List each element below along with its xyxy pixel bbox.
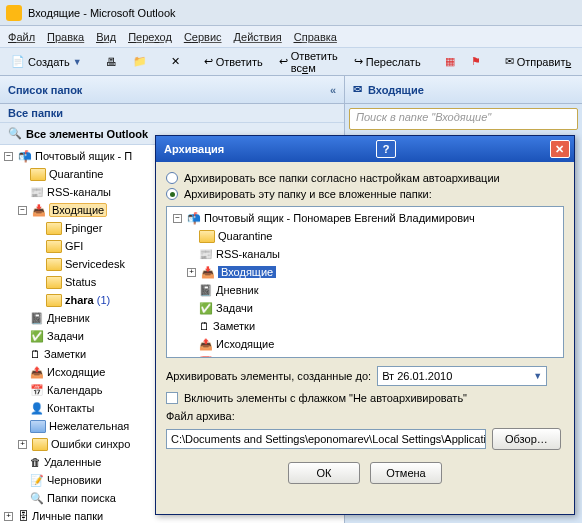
dlg-rss[interactable]: 📰RSS-каналы — [169, 245, 561, 263]
new-icon: 📄 — [11, 55, 25, 68]
journal-icon: 📓 — [30, 312, 44, 325]
journal-icon: 📓 — [199, 284, 213, 297]
folder-label: Календарь — [47, 384, 103, 396]
menu-edit[interactable]: Правка — [47, 31, 84, 43]
menu-go[interactable]: Переход — [128, 31, 172, 43]
expand-toggle[interactable]: + — [187, 268, 196, 277]
dlg-notes[interactable]: 🗒Заметки — [169, 317, 561, 335]
collapse-toggle[interactable]: − — [18, 206, 27, 215]
folder-label: Контакты — [47, 402, 95, 414]
forward-button[interactable]: ↪ Переслать — [347, 51, 428, 73]
dlg-mailbox-node[interactable]: − 📬 Почтовый ящик - Пономарев Евгений Вл… — [169, 209, 561, 227]
dlg-outbox[interactable]: 📤Исходящие — [169, 335, 561, 353]
search-input[interactable]: Поиск в папке "Входящие" — [349, 108, 578, 130]
replyall-button[interactable]: ↩ Ответить всем — [272, 51, 345, 73]
send-icon: ✉ — [505, 55, 514, 68]
browse-button[interactable]: Обзор… — [492, 428, 561, 450]
file-label: Файл архива: — [166, 410, 564, 422]
folder-label: Status — [65, 276, 96, 288]
inbox-icon: 📥 — [32, 204, 46, 217]
dlg-tasks[interactable]: ✅Задачи — [169, 299, 561, 317]
new-button[interactable]: 📄 Создать ▼ — [4, 51, 89, 73]
mailbox-label: Почтовый ящик - П — [35, 150, 132, 162]
folder-label: Удаленные — [44, 456, 101, 468]
forward-label: Переслать — [366, 56, 421, 68]
folder-icon: 📁 — [133, 55, 147, 68]
folder-icon — [46, 222, 62, 235]
replyall-icon: ↩ — [279, 55, 288, 68]
folder-label: Личные папки — [32, 510, 103, 522]
file-path-input[interactable]: C:\Documents and Settings\eponomarev\Loc… — [166, 429, 486, 449]
radio-archive-all[interactable]: Архивировать все папки согласно настройк… — [166, 172, 564, 184]
expand-toggle[interactable]: + — [18, 440, 27, 449]
inbox-title: Входящие — [368, 84, 424, 96]
mailbox-icon: 📬 — [18, 150, 32, 163]
folder-list-title: Список папок — [8, 84, 82, 96]
radio-archive-folder[interactable]: Архивировать эту папку и все вложенные п… — [166, 188, 564, 200]
expand-toggle[interactable]: + — [4, 512, 13, 521]
notes-icon: 🗒 — [199, 320, 210, 332]
dlg-journal[interactable]: 📓Дневник — [169, 281, 561, 299]
drafts-icon: 📝 — [30, 474, 44, 487]
menu-file[interactable]: Файл — [8, 31, 35, 43]
inbox-header: ✉ Входящие — [345, 76, 582, 104]
search-folder-icon: 🔍 — [30, 492, 44, 505]
flag-icon: ⚑ — [471, 55, 481, 68]
dlg-calendar[interactable]: 📅Календарь — [169, 353, 561, 358]
folder-label: Ошибки синхро — [51, 438, 130, 450]
cancel-button[interactable]: Отмена — [370, 462, 442, 484]
folder-label: Календарь — [216, 356, 272, 358]
categorize-button[interactable]: ▦ — [438, 51, 462, 73]
reply-button[interactable]: ↩ Ответить — [197, 51, 270, 73]
mail-icon: ✉ — [353, 83, 362, 96]
dialog-folder-tree[interactable]: − 📬 Почтовый ящик - Пономарев Евгений Вл… — [166, 206, 564, 358]
folder-icon — [46, 294, 62, 307]
move-button[interactable]: 📁 — [126, 51, 154, 73]
close-button[interactable]: ✕ — [550, 140, 570, 158]
collapse-icon[interactable]: « — [330, 84, 336, 96]
folder-label: Нежелательная — [49, 420, 129, 432]
menubar: Файл Правка Вид Переход Сервис Действия … — [0, 26, 582, 48]
folder-label: Fpinger — [65, 222, 102, 234]
menu-help[interactable]: Справка — [294, 31, 337, 43]
flag-button[interactable]: ⚑ — [464, 51, 488, 73]
dlg-inbox[interactable]: +📥Входящие — [169, 263, 561, 281]
checkbox-icon — [166, 392, 178, 404]
folder-label: Входящие — [49, 203, 107, 217]
tasks-icon: ✅ — [30, 330, 44, 343]
chevron-down-icon: ▼ — [533, 371, 542, 381]
menu-tools[interactable]: Сервис — [184, 31, 222, 43]
date-dropdown[interactable]: Вт 26.01.2010 ▼ — [377, 366, 547, 386]
delete-button[interactable]: ✕ — [164, 51, 187, 73]
help-button[interactable]: ? — [376, 140, 396, 158]
menu-view[interactable]: Вид — [96, 31, 116, 43]
forward-icon: ↪ — [354, 55, 363, 68]
dialog-title: Архивация — [164, 143, 224, 155]
dlg-quarantine[interactable]: Quarantine — [169, 227, 561, 245]
inbox-icon: 📥 — [201, 266, 215, 279]
collapse-toggle[interactable]: − — [4, 152, 13, 161]
menu-actions[interactable]: Действия — [234, 31, 282, 43]
mailbox-icon: 📬 — [187, 212, 201, 225]
outlook-icon — [6, 5, 22, 21]
rss-icon: 📰 — [30, 186, 44, 199]
window-titlebar: Входящие - Microsoft Outlook — [0, 0, 582, 26]
folder-label: Дневник — [216, 284, 259, 296]
outbox-icon: 📤 — [30, 366, 44, 379]
print-button[interactable]: 🖶 — [99, 51, 124, 73]
include-flagged-row[interactable]: Включить элементы с флажком "Не автоархи… — [166, 392, 564, 404]
contacts-icon: 👤 — [30, 402, 44, 415]
folder-label: Дневник — [47, 312, 90, 324]
folder-icon — [32, 438, 48, 451]
calendar-icon: 📅 — [30, 384, 44, 397]
collapse-toggle[interactable]: − — [173, 214, 182, 223]
folder-label: GFI — [65, 240, 83, 252]
folder-icon — [199, 230, 215, 243]
checkbox-label: Включить элементы с флажком "Не автоархи… — [184, 392, 467, 404]
tasks-icon: ✅ — [199, 302, 213, 315]
ok-button[interactable]: ОК — [288, 462, 360, 484]
all-folders-label[interactable]: Все папки — [0, 104, 344, 123]
archive-before-row: Архивировать элементы, созданные до: Вт … — [166, 366, 564, 386]
send-button[interactable]: ✉ Отправить — [498, 51, 579, 73]
send-label: Отправить — [517, 56, 572, 68]
